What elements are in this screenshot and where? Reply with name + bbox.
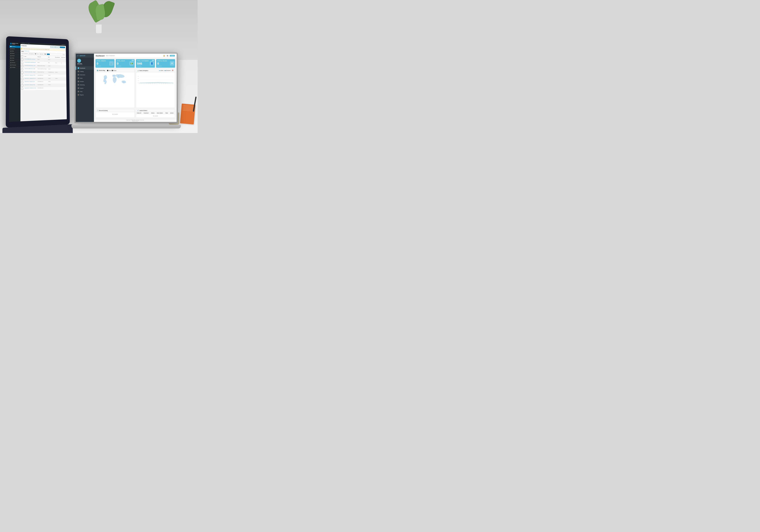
oc-analytics-card: 📊 Sales Analytics Orders [136,69,175,108]
oc-nav-sales[interactable]: Sales [76,76,94,80]
wp-menu-tools[interactable]: Gereedschap [9,64,21,67]
oc-sales-dollar-icon: 💵 [129,61,134,66]
wp-subnav-published[interactable]: Gepubliceerd (10) [24,50,29,52]
oc-nav-vendors[interactable]: Vendors [76,80,94,83]
oc-topbar-left: Dashboard Home / Dashboard [96,55,115,57]
users-icon [10,62,11,63]
svg-text:0.4: 0.4 [138,80,139,81]
pages-icon [10,53,11,54]
svg-text:11: 11 [150,83,151,84]
oc-nav-dashboard[interactable]: Dashboard [76,67,94,70]
oc-settings-icon[interactable]: ⚙ [166,55,168,57]
wp-table-container: Naam Categorieën Merk Primary Barcode Ve… [21,55,67,121]
oc-breadcrumb: Home / Dashboard [106,55,115,56]
wp-page-title: Producten [22,45,27,46]
oc-total-sales-link[interactable]: View more [117,66,133,67]
catalog-nav-icon [78,71,79,72]
oc-notifications-icon[interactable]: 🔔 [163,55,165,57]
wp-content-area: ⌂ Backoffice ▾ ● 5 + New ▾ Howdy, Admin … [21,42,67,121]
wp-brand-filter[interactable]: Alle merken [39,53,47,55]
oc-world-map-card: 🌍 World Map Africa [95,69,135,108]
oc-logout-button[interactable]: Logout [170,55,175,57]
oc-main-content: Dashboard Home / Dashboard 🔔 ⚙ [94,54,177,122]
oc-col-total: Total [165,112,169,114]
oc-total-orders-link[interactable]: View more [97,66,113,67]
dashboard-nav-icon [78,67,79,69]
wp-col-verlies[interactable]: Verlies per tab [61,56,66,59]
svg-text:15: 15 [155,83,155,84]
oc-nav-vendors-label: Vendors [80,81,84,82]
oc-recent-activity-card: 🕐 Recent Activity No results! [95,109,135,118]
oc-orders-no-results: No results! [136,114,175,118]
settings-icon [10,67,11,68]
svg-text:13: 13 [152,83,153,84]
wp-filter-brand: Merk [37,54,39,54]
table-row: Gunther Boot 1.b + Zoppering + Clirsh + … [21,74,66,77]
laptop-device: 🛒 opencart John Doe Administrator Dashbo… [74,52,178,128]
oc-world-map-title: World Map [99,70,105,71]
svg-text:25: 25 [166,83,166,84]
posts-icon [11,48,11,49]
oc-nav-system[interactable]: System [76,86,94,90]
laptop-base [71,124,181,128]
sales-nav-icon [78,77,79,79]
table-row: Gunther Boot 1.b + Zoppering + Hart + Fi… [21,77,66,81]
oc-sidebar: 🛒 opencart John Doe Administrator Dashbo… [76,54,94,122]
wp-col-name[interactable]: Naam [24,55,37,58]
oc-calendar-icon[interactable]: 📅 [171,70,174,71]
svg-text:5: 5 [144,83,144,84]
wp-col-barcode[interactable]: Primary Barcode [55,56,61,59]
wp-topbar-updates: ● 5 [26,43,27,44]
wp-filter-button[interactable]: Filter [47,54,50,55]
svg-text:9: 9 [148,83,149,84]
oc-breadcrumb-home[interactable]: Home [106,55,109,56]
oc-nav-marketing[interactable]: Marketing [76,83,94,86]
oc-col-action: Action [169,112,175,114]
oc-recent-activity-title: Recent Activity [99,110,108,111]
wp-sidebar-header: WordPress Admin - Products [9,42,21,46]
oc-analytics-body: 0.8 0.6 0.4 0.2 [136,72,175,87]
oc-activity-no-results: No results! [96,112,134,117]
oc-col-customer: Customer [143,112,150,114]
wordpress-admin: WordPress Admin - Products Dashboard Ber… [9,42,67,122]
oc-user-section: John Doe Administrator [76,58,94,67]
oc-footer-version: Version 3.0.3.7 [95,121,175,121]
plugins-icon [10,60,11,61]
svg-text:7: 7 [146,83,146,84]
wp-menu-users[interactable]: Gebruikers [9,62,21,64]
wp-col-category[interactable]: Categorieën [37,55,48,59]
wp-menu-plugins[interactable]: Plugins [9,59,21,62]
opencart-admin: 🛒 opencart John Doe Administrator Dashbo… [76,54,177,122]
oc-nav-reports-label: Reports [80,94,84,95]
oc-map-icon: 🌍 [97,70,98,71]
wp-new-product-button[interactable]: Product tobled [60,46,65,48]
svg-text:23: 23 [163,83,164,84]
oc-clock-icon: 🕐 [97,110,98,111]
wp-subnav-all[interactable]: Alle (10) [22,50,24,52]
oc-total-customers-link[interactable]: View more [137,66,154,67]
wp-category-filter[interactable]: Alle categorieën [28,53,37,55]
oc-col-order-id: Order ID [136,112,143,114]
oc-charts-row: 🌍 World Map Africa [94,69,177,109]
oc-nav-reports[interactable]: Reports [76,93,94,97]
oc-analytics-icon: 📊 [137,70,139,71]
oc-nav-extensions[interactable]: Extensions [76,73,94,76]
oc-nav-catalog[interactable]: Catalog [76,70,94,73]
table-row: Gunshot Fusion Brand Main + Clenbjelde -… [21,71,66,74]
table-row: Gunther Boot 1.b + Zoppering + Singt Gun… [21,84,67,87]
wp-col-brand[interactable]: Merk [48,56,55,59]
wp-menu-appearance[interactable]: Uiterlijk [9,57,21,60]
oc-nav-tools[interactable]: Tools [76,90,94,93]
wp-importeren-button[interactable]: Importeren [50,46,55,48]
oc-people-online-link[interactable]: View more [157,66,174,67]
svg-text:0.6: 0.6 [138,78,139,79]
oc-latest-orders-title: Latest Orders [139,110,147,111]
wp-menu-settings[interactable]: Instellingen [9,66,21,69]
world-map-svg [97,73,133,87]
oc-customers-person-icon: 👤 [150,61,154,66]
oc-nav-sales-label: Sales [80,78,83,79]
wp-exporteren-button[interactable]: Exporteren [55,46,60,48]
comments-icon [10,55,11,56]
oc-topbar-right: 🔔 ⚙ Logout [163,55,175,57]
oc-orders-table: Order ID Customer Status Date Added Tota… [136,112,175,118]
